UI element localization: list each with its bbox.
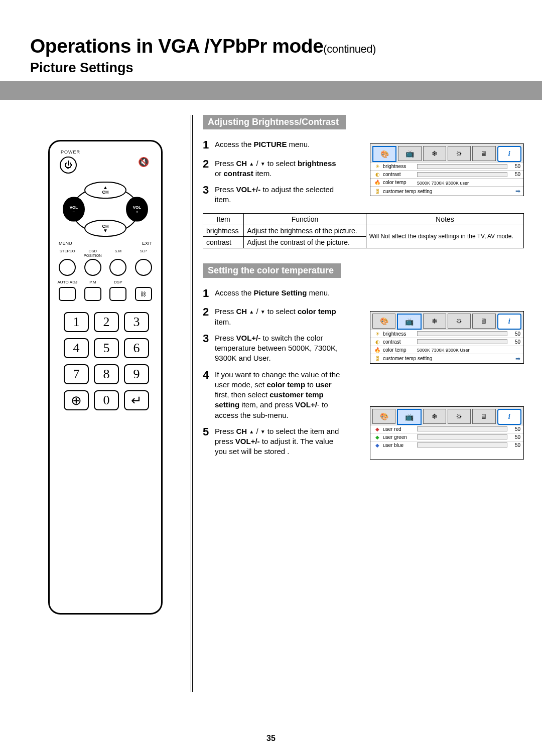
tab-2-icon: 📺	[398, 146, 421, 161]
function-table: Item Function Notes brightness Adjust th…	[203, 213, 524, 248]
step-b1: Access the Picture Setting menu.	[215, 286, 343, 301]
exit-label: EXIT	[142, 241, 152, 246]
tab-3-icon: ❄	[423, 146, 446, 161]
ch-up-button: ▲CH	[84, 182, 126, 199]
section-a-steps: 1Access the PICTURE menu. 2Press CH ▲ / …	[203, 137, 343, 205]
th-function: Function	[244, 213, 366, 225]
key-6: 6	[124, 338, 149, 358]
link-button: ⛓	[135, 287, 152, 301]
key-input: ⊕	[64, 390, 89, 410]
key-2: 2	[94, 312, 119, 332]
brightness-icon: ☀	[373, 331, 381, 337]
step-b4: If you want to change the value of the u…	[215, 368, 343, 420]
section-b-heading: Setting the color temperature	[203, 263, 341, 278]
step-b5: Press CH ▲ / ▼ to select the item and pr…	[215, 424, 343, 457]
page-title: Operations in VGA /YPbPr mode(continued)	[30, 35, 517, 57]
key-9: 9	[124, 364, 149, 384]
tab-4-icon: ⛭	[448, 146, 471, 161]
step-b3: Press VOL+/- to switch the color tempera…	[215, 331, 343, 364]
section-subtitle: Picture Settings	[30, 60, 517, 76]
tab-2-icon: 📺	[397, 314, 421, 330]
osd-position-button	[84, 259, 101, 276]
vol-plus-button: VOL+	[126, 197, 148, 222]
power-label: POWER	[61, 149, 80, 155]
osd-panel-2: 🎨 📺 ❄ ⛭ 🖥 i ☀brightness50 ◐contrast50 🔥c…	[370, 311, 524, 364]
mute-icon: 🔇	[138, 157, 149, 168]
contrast-icon: ◐	[373, 339, 381, 345]
remote-illustration: POWER ⏻ 🔇 ▲CH CH▼ VOL− VOL+ MENU EXIT ST…	[48, 140, 163, 615]
dsp-button	[109, 287, 126, 301]
td-contrast-func: Adjust the contrast of the picture.	[244, 236, 366, 248]
tab-picture-icon: 🎨	[372, 146, 396, 162]
key-0: 0	[94, 390, 119, 410]
red-icon: ◆	[373, 426, 381, 432]
autoadj-button	[59, 287, 76, 301]
cust-icon: 🎛	[373, 356, 381, 361]
contrast-icon: ◐	[373, 172, 381, 177]
tab-4-icon: ⛭	[448, 409, 471, 424]
tab-info-icon: i	[497, 146, 521, 162]
td-brightness-item: brightness	[203, 225, 244, 236]
osd-panel-3: 🎨 📺 ❄ ⛭ 🖥 i ◆user red50 ◆user green50 ◆u…	[370, 406, 524, 460]
osd-position-label: OSDPOSITION	[82, 249, 104, 258]
th-notes: Notes	[366, 213, 523, 225]
step-a2: Press CH ▲ / ▼ to select brightness or c…	[215, 157, 343, 179]
header-bar	[0, 81, 542, 100]
blue-icon: ◆	[373, 442, 381, 448]
pm-label: P.M	[82, 280, 104, 284]
key-8: 8	[94, 364, 119, 384]
tab-5-icon: 🖥	[472, 314, 495, 329]
td-brightness-func: Adjust the brightness of the picture.	[244, 225, 366, 236]
menu-label: MENU	[59, 241, 72, 246]
tab-picture-icon: 🎨	[372, 409, 395, 424]
step-b2: Press CH ▲ / ▼ to select color temp item…	[215, 305, 343, 327]
numpad: 1 2 3 4 5 6 7 8 9 ⊕ 0 ↵	[50, 312, 161, 410]
tab-info-icon: i	[497, 314, 521, 330]
step-a1: Access the PICTURE menu.	[215, 137, 343, 153]
tab-3-icon: ❄	[423, 314, 446, 329]
autoadj-label: AUTO.ADJ	[56, 280, 78, 284]
power-button-icon: ⏻	[60, 157, 77, 174]
tab-2-icon: 📺	[397, 409, 421, 425]
key-enter: ↵	[124, 390, 149, 410]
tab-picture-icon: 🎨	[372, 314, 395, 329]
stereo-label: STEREO	[56, 249, 78, 258]
step-a3: Press VOL+/- to adjust the selected item…	[215, 183, 343, 205]
dsp-label: DSP	[107, 280, 129, 284]
vol-minus-button: VOL−	[63, 197, 85, 222]
colortemp-icon: 🔥	[373, 180, 381, 185]
slp-label: SLP	[132, 249, 155, 258]
column-divider	[191, 115, 193, 692]
key-3: 3	[124, 312, 149, 332]
blank-label	[132, 280, 155, 284]
title-main: Operations in VGA /YPbPr mode	[30, 35, 323, 57]
sm-label: S.M	[107, 249, 129, 258]
green-icon: ◆	[373, 434, 381, 440]
key-5: 5	[94, 338, 119, 358]
th-item: Item	[203, 213, 244, 225]
colortemp-icon: 🔥	[373, 347, 381, 353]
section-b-steps: 1Access the Picture Setting menu. 2Press…	[203, 286, 343, 457]
tab-3-icon: ❄	[423, 409, 446, 424]
key-7: 7	[64, 364, 89, 384]
tab-4-icon: ⛭	[448, 314, 471, 329]
ch-down-button: CH▼	[84, 220, 126, 237]
page-number: 35	[0, 734, 542, 743]
tab-info-icon: i	[497, 409, 521, 425]
cust-icon: 🎛	[373, 189, 381, 194]
title-continued: (continued)	[323, 43, 376, 55]
pm-button	[84, 287, 101, 301]
sm-button	[109, 259, 126, 276]
section-a-heading: Adjusting Brightness/Contrast	[203, 115, 346, 129]
td-notes: Will Not affect the display settings in …	[366, 225, 523, 248]
key-4: 4	[64, 338, 89, 358]
osd-panel-1: 🎨 📺 ❄ ⛭ 🖥 i ☀brightness50 ◐contrast50 🔥c…	[370, 143, 524, 196]
key-1: 1	[64, 312, 89, 332]
brightness-icon: ☀	[373, 164, 381, 169]
td-contrast-item: contrast	[203, 236, 244, 248]
slp-button	[135, 259, 152, 276]
tab-5-icon: 🖥	[472, 409, 495, 424]
stereo-button	[59, 259, 76, 276]
tab-5-icon: 🖥	[472, 146, 495, 161]
